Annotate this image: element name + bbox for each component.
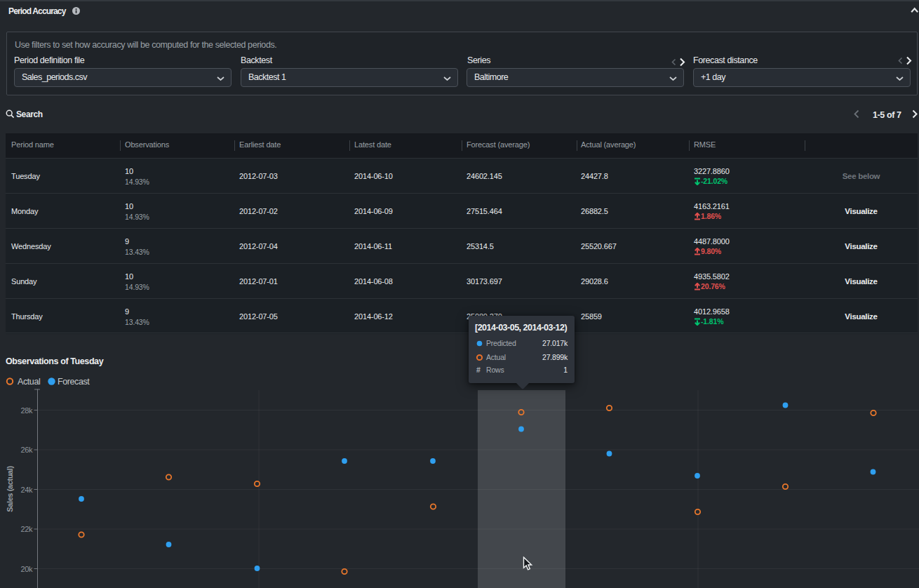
svg-text:20k: 20k (20, 565, 32, 573)
svg-text:24k: 24k (20, 486, 32, 494)
svg-text:22k: 22k (20, 525, 32, 533)
svg-text:26k: 26k (20, 446, 32, 454)
svg-text:28k: 28k (20, 406, 32, 415)
svg-text:Sales (actual): Sales (actual) (6, 466, 14, 512)
